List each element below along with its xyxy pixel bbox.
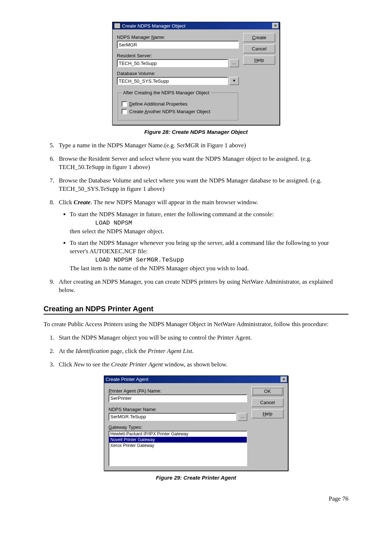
instruction-list-a: Type a name in the NDPS Manager Name.(e.…: [44, 141, 348, 295]
database-volume-label: Database Volume:: [117, 71, 239, 76]
ndps-manager-name-input[interactable]: [117, 41, 239, 49]
gateway-types-listbox[interactable]: Hewlett-Packard IP/IPX Printer Gateway N…: [109, 431, 247, 466]
gateway-option-xerox[interactable]: Xerox Printer Gateway: [109, 443, 247, 448]
section-heading: Creating an NDPS Printer Agent: [44, 305, 348, 313]
define-additional-label: Define Additional Properties: [129, 101, 187, 107]
create-another-label: Create Another NDPS Manager Object: [129, 109, 210, 114]
resident-server-input[interactable]: [117, 59, 228, 67]
gateway-option-novell[interactable]: Novell Printer Gateway: [109, 437, 247, 443]
close-icon[interactable]: ×: [272, 23, 279, 29]
cancel-button-2[interactable]: Cancel: [252, 398, 283, 407]
step-b1: Start the NDPS Manager object you will b…: [56, 334, 348, 342]
figure-29-caption: Figure 29: Create Printer Agent: [44, 475, 348, 481]
resident-server-label: Resident Server:: [117, 53, 239, 58]
define-additional-checkbox[interactable]: [122, 101, 127, 107]
pa-name-input[interactable]: [109, 394, 247, 402]
page-number: Page 76: [44, 495, 348, 502]
figure-28-caption: Figure 28: Create NDPS Manager Object: [44, 129, 348, 135]
help-button-2[interactable]: Help: [252, 409, 283, 418]
help-button[interactable]: Help: [243, 56, 275, 65]
mgr-name-input[interactable]: [109, 413, 236, 421]
mgr-name-label: NDPS Manager Name:: [109, 407, 247, 412]
gateway-types-label: Gateway Types:: [109, 424, 247, 430]
pa-name-label: Printer Agent (PA) Name:: [109, 388, 247, 394]
cancel-button[interactable]: Cancel: [243, 44, 275, 53]
dialog2-title: Create Printer Agent: [106, 377, 281, 382]
step-8-bullet-2: To start the NDPS Manager whenever you b…: [70, 239, 348, 273]
create-printer-agent-dialog: Create Printer Agent × Printer Agent (PA…: [104, 375, 288, 471]
create-another-checkbox[interactable]: [122, 109, 127, 114]
dialog-title: Create NDPS Manager Object: [122, 23, 272, 29]
section-intro: To create Public Access Printers using t…: [44, 320, 348, 329]
ndps-manager-name-label: NDPS Manager Name:: [117, 34, 239, 40]
section-rule: [44, 314, 348, 315]
ok-button[interactable]: OK: [252, 387, 283, 396]
step-b3: Click New to see the Create Printer Agen…: [56, 361, 348, 369]
mgr-name-browse-button[interactable]: …: [238, 413, 247, 421]
create-button[interactable]: Create: [243, 33, 275, 42]
step-7: Browse the Database Volume and select wh…: [56, 177, 348, 193]
dialog-titlebar: Create NDPS Manager Object ×: [113, 22, 279, 29]
close-icon[interactable]: ×: [281, 377, 287, 382]
step-5: Type a name in the NDPS Manager Name.(e.…: [56, 141, 348, 150]
gateway-option-hp[interactable]: Hewlett-Packard IP/IPX Printer Gateway: [109, 431, 247, 437]
dialog2-titlebar: Create Printer Agent ×: [104, 376, 288, 383]
step-6: Browse the Resident Server and select wh…: [56, 155, 348, 172]
step-8: Click Create. The new NDPS Manager will …: [56, 198, 348, 273]
create-ndps-manager-dialog: Create NDPS Manager Object × NDPS Manage…: [112, 22, 280, 125]
resident-server-browse-button[interactable]: …: [229, 59, 239, 67]
step-8-bullet-1: To start the NDPS Manager in future, ent…: [70, 210, 348, 236]
database-volume-input[interactable]: [117, 77, 228, 85]
step-b2: At the Identification page, click the Pr…: [56, 347, 348, 356]
after-creating-group: After Creating the NDPS Manager Object D…: [118, 90, 238, 120]
app-icon: [114, 23, 121, 29]
database-volume-browse-button[interactable]: ▾: [229, 77, 239, 85]
instruction-list-b: Start the NDPS Manager object you will b…: [44, 334, 348, 369]
after-creating-legend: After Creating the NDPS Manager Object: [122, 90, 211, 95]
step-9: After creating an NDPS Manager, you can …: [56, 278, 348, 295]
